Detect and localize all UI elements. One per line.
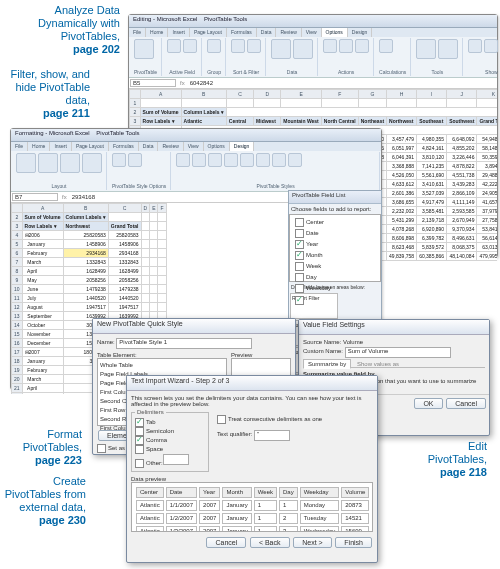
ribbon[interactable]: Layout PivotTable Style Options PivotTab… xyxy=(11,151,381,192)
dialog-title: New PivotTable Quick Style xyxy=(93,319,295,334)
callout-edit: Edit PivotTables, page 218 xyxy=(407,440,487,479)
data-preview: CenterDateYearMonthWeekDayWeekdayVolumeA… xyxy=(131,482,373,532)
callout-analyze: Analyze Data Dynamically with PivotTable… xyxy=(10,4,120,56)
text-import-wizard-dialog: Text Import Wizard - Step 2 of 3 This sc… xyxy=(126,375,378,563)
ribbon-tabs[interactable]: FileHomeInsertPage LayoutFormulasDataRev… xyxy=(11,142,381,151)
next-button[interactable]: Next > xyxy=(293,537,331,548)
finish-button[interactable]: Finish xyxy=(335,537,372,548)
dialog-title: Value Field Settings xyxy=(299,320,489,335)
back-button[interactable]: < Back xyxy=(250,537,290,548)
delimiter-comma-checkbox[interactable] xyxy=(135,436,144,445)
dialog-title: Text Import Wizard - Step 2 of 3 xyxy=(127,376,377,391)
ribbon[interactable]: PivotTable Active Field Group Sort & Fil… xyxy=(129,37,497,78)
delimiter-other-checkbox[interactable] xyxy=(135,459,144,468)
callout-create: Create PivotTables from external data,pa… xyxy=(0,475,86,527)
titlebar: Editing - Microsoft Excel PivotTable Too… xyxy=(129,15,497,28)
ribbon-tabs[interactable]: FileHomeInsertPage LayoutFormulasDataRev… xyxy=(129,28,497,37)
text-qualifier-select[interactable]: " xyxy=(254,430,290,441)
titlebar: Formatting - Microsoft Excel PivotTable … xyxy=(11,129,381,142)
delimiter-space-checkbox[interactable] xyxy=(135,445,144,454)
callout-format: Format PivotTables, page 223 xyxy=(4,428,82,467)
cancel-button[interactable]: Cancel xyxy=(446,398,486,409)
formula-bar[interactable]: B5fx6042842 xyxy=(129,78,497,89)
style-name-input[interactable]: PivotTable Style 1 xyxy=(116,338,252,349)
cancel-button[interactable]: Cancel xyxy=(206,537,246,548)
ok-button[interactable]: OK xyxy=(414,398,442,409)
delimiter-tab-checkbox[interactable] xyxy=(135,418,144,427)
consecutive-delimiters-checkbox[interactable] xyxy=(217,415,226,424)
custom-name-input[interactable]: Sum of Volume xyxy=(345,347,451,358)
callout-filter: Filter, show, and hide PivotTable data,p… xyxy=(0,68,90,120)
